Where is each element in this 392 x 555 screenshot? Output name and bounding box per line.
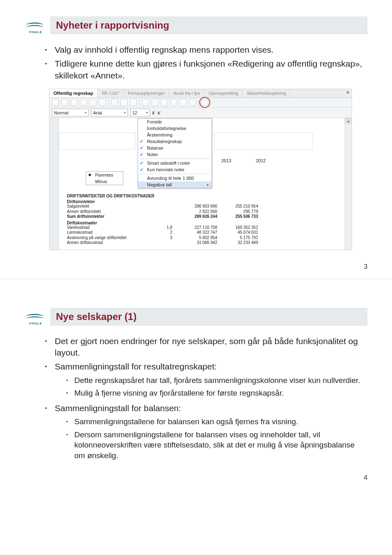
toolbar [49, 98, 352, 107]
year-label: 2013 [221, 158, 231, 163]
row-col1: 227 110 708 [176, 225, 217, 231]
tab[interactable]: Sikkerhetskopiering [243, 89, 290, 97]
toolbar-icon[interactable] [151, 99, 158, 106]
size-value: 12 [132, 110, 137, 115]
style-combo[interactable]: Normal ▾ [52, 109, 89, 116]
toolbar-icon[interactable] [89, 99, 96, 106]
toolbar-icon[interactable] [120, 99, 127, 106]
dropdown-separator [140, 159, 210, 159]
toolbar-separator [108, 99, 109, 105]
toolbar-icon[interactable] [99, 99, 106, 106]
dropdown-item[interactable]: Resultatregnskap [138, 138, 212, 145]
row-label: Annen driftskostnad [67, 240, 153, 246]
toolbar-icon[interactable] [142, 99, 149, 106]
dropdown-item[interactable]: Balanse [138, 145, 212, 151]
toolbar-icon[interactable] [180, 99, 187, 106]
row-col1: 5 802 954 [176, 235, 217, 241]
slide-title: Nye selskaper (1) [50, 308, 368, 326]
year-columns: 2013 2012 [221, 158, 266, 163]
dropdown-item[interactable]: Innholdsfortegnelse [138, 125, 212, 132]
dropdown-item[interactable]: Årsberetning [138, 132, 212, 138]
title-row: FINALE Nyheter i rapportvisning [24, 16, 368, 34]
toolbar-icon[interactable] [189, 99, 196, 106]
chevron-down-icon: ▾ [124, 111, 126, 114]
submenu-item[interactable]: Minus [86, 178, 123, 185]
row-note [153, 214, 176, 219]
toolbar-icon[interactable] [61, 99, 68, 106]
toolbar-separator [198, 99, 199, 105]
close-icon[interactable]: × [344, 89, 352, 97]
negative-submenu[interactable]: Parentes Minus [86, 171, 123, 185]
row-col1: 2 922 560 [176, 209, 217, 215]
bullet-item: Sammenligningstall for resultatregnskape… [55, 361, 368, 398]
size-combo[interactable]: 12 ▾ [130, 109, 150, 116]
report-body: DRIFTSINNTEKTER OG DRIFTSKOSTNADER Drift… [67, 194, 336, 246]
logo-label: FINALE [24, 31, 47, 34]
slide-divider [0, 279, 392, 279]
tab-active[interactable]: Offentlig regnskap [49, 89, 98, 97]
content-dropdown[interactable]: Forside Innholdsfortegnelse Årsberetning… [138, 118, 212, 188]
dropdown-item[interactable]: Avrunding til hele 1 000 [138, 175, 212, 181]
tab[interactable]: Avvik fra i fjor [169, 89, 205, 97]
tab[interactable]: Gjenoppretting [205, 89, 243, 97]
sub-bullet-item: Sammenligningstallene for balansen kan o… [74, 416, 368, 427]
placeholder-box [214, 132, 313, 150]
dropdown-item-negative[interactable]: Negative tall ▸ [138, 181, 212, 188]
section-heading: DRIFTSINNTEKTER OG DRIFTSKOSTNADER [67, 194, 336, 198]
tab-bar: Offentlig regnskap RF-1167 Firmaopplysni… [49, 89, 352, 98]
scroll-up-icon[interactable]: ▴ [345, 118, 352, 124]
table-row: Lønnskostnad 2 48 322 747 45 074 031 [67, 230, 336, 235]
dropdown-item[interactable]: Smart sideskift i noter [138, 160, 212, 166]
toolbar-icon[interactable] [130, 99, 137, 106]
subsection: Driftsinntekter [67, 199, 336, 204]
row-col2: 5 175 792 [217, 235, 258, 241]
font-combo[interactable]: Arial ▾ [91, 109, 128, 116]
row-col1: 286 903 686 [176, 204, 217, 209]
content-selector-icon[interactable] [201, 99, 208, 106]
toolbar-icon[interactable] [80, 99, 87, 106]
row-col1: 48 322 747 [176, 230, 217, 235]
row-col2: 255 210 954 [217, 204, 258, 209]
bullet-text: Sammenligningstall for balansen: [55, 403, 181, 413]
page-number: 4 [364, 474, 368, 481]
placeholder-box [59, 132, 136, 150]
tab[interactable]: Firmaopplysninger [124, 89, 169, 97]
bold-button[interactable]: F [152, 110, 155, 115]
row-col2: 45 074 031 [217, 230, 258, 235]
row-label: Varekostnad [67, 225, 153, 231]
row-label: Avskrivning på varige driftsmidler [67, 235, 153, 241]
vertical-scrollbar[interactable]: ▴ [345, 118, 352, 250]
dropdown-item[interactable]: Kun henviste noter [138, 166, 212, 173]
row-label: Salgsinntekt [67, 204, 153, 209]
toolbar-icon[interactable] [71, 99, 78, 106]
row-note [153, 240, 176, 246]
year-label: 2012 [256, 158, 265, 163]
dropdown-item[interactable]: Forside [138, 119, 212, 125]
toolbar-icon[interactable] [170, 99, 177, 106]
bullet-list: Valg av innhold i offentlig regnskap men… [41, 44, 368, 81]
slide-title: Nyheter i rapportvisning [50, 16, 368, 34]
row-label: Annen driftsinntekt [67, 209, 153, 215]
title-row: FINALE Nye selskaper (1) [24, 308, 368, 326]
tab[interactable]: RF-1167 [98, 89, 124, 97]
submenu-item[interactable]: Parentes [86, 172, 123, 178]
row-label: Sum driftsinntekter [67, 214, 153, 219]
format-row: Normal ▾ Arial ▾ 12 ▾ F K [49, 107, 352, 118]
chevron-down-icon: ▾ [146, 111, 148, 114]
row-note: 3 [153, 235, 176, 241]
finale-logo: FINALE [24, 17, 47, 34]
row-col2: 160 352 352 [217, 225, 258, 231]
toolbar-icon[interactable] [111, 99, 118, 106]
toolbar-icon[interactable] [52, 99, 59, 106]
italic-button[interactable]: K [158, 110, 160, 115]
table-row: Varekostnad 1,8 227 110 708 160 352 352 [67, 225, 336, 231]
row-col2: 255 506 733 [217, 214, 258, 219]
table-row: Avskrivning på varige driftsmidler 3 5 8… [67, 235, 336, 241]
toolbar-icon[interactable] [161, 99, 168, 106]
dropdown-item[interactable]: Noter [138, 151, 212, 158]
subsection: Driftskostnader [67, 221, 336, 225]
bullet-item: Valg av innhold i offentlig regnskap men… [55, 44, 368, 56]
sub-bullet-item: Mulig å fjerne visning av fjorårstallene… [74, 388, 368, 398]
font-value: Arial [93, 110, 102, 115]
sub-bullet-list: Sammenligningstallene for balansen kan o… [66, 416, 368, 461]
